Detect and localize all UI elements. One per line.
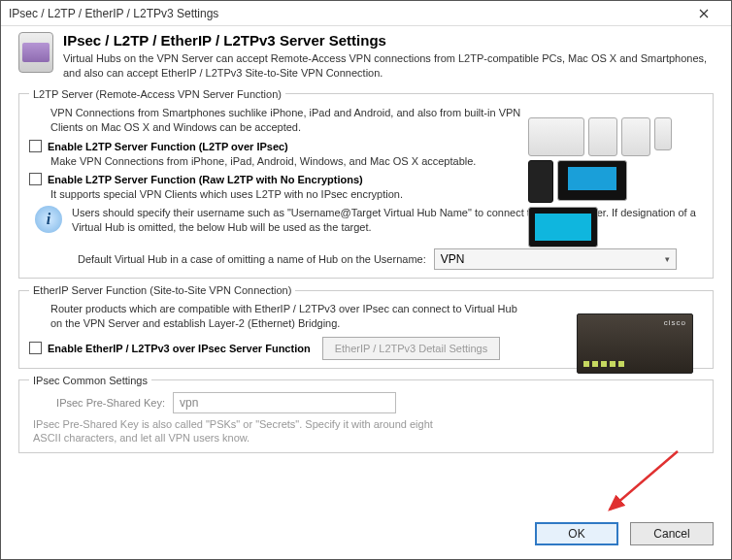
default-hub-label: Default Virtual Hub in a case of omittin… [78,253,426,265]
enable-l2tp-raw-label: Enable L2TP Server Function (Raw L2TP wi… [48,174,363,185]
l2tp-legend: L2TP Server (Remote-Access VPN Server Fu… [29,88,285,100]
default-hub-value: VPN [441,252,465,266]
titlebar-text: IPsec / L2TP / EtherIP / L2TPv3 Settings [9,7,684,20]
etherip-desc: Router products which are compatible wit… [50,302,519,331]
dialog-content: IPsec / L2TP / EtherIP / L2TPv3 Server S… [1,26,731,465]
chevron-down-icon: ▾ [665,254,670,264]
devices-illustration [528,117,693,210]
default-hub-row: Default Virtual Hub in a case of omittin… [78,248,703,270]
enable-l2tp-ipsec-label: Enable L2TP Server Function (L2TP over I… [48,141,288,152]
enable-l2tp-raw-checkbox[interactable] [29,173,42,185]
etherip-legend: EtherIP Server Function (Site-to-Site VP… [29,284,295,296]
smartphone-icon [18,32,53,73]
ipsec-common-group: IPsec Common Settings IPsec Pre-Shared K… [18,375,714,454]
l2tp-info-row: i Users should specify their username su… [29,206,703,241]
psk-value: vpn [180,396,198,410]
header-row: IPsec / L2TP / EtherIP / L2TPv3 Server S… [18,32,714,81]
close-button[interactable] [684,4,723,23]
header-desc: Virtual Hubs on the VPN Server can accep… [63,51,714,81]
l2tp-info-text: Users should specify their username such… [72,206,703,235]
psk-input[interactable]: vpn [173,392,396,413]
info-icon: i [35,206,62,233]
etherip-detail-button: EtherIP / L2TPv3 Detail Settings [322,337,501,360]
l2tp-desc: VPN Connections from Smartphones suchlik… [50,106,524,135]
enable-l2tp-raw-sub: It supports special VPN Clients which us… [50,188,524,200]
enable-l2tp-ipsec-checkbox[interactable] [29,140,42,152]
enable-etherip-label: Enable EtherIP / L2TPv3 over IPsec Serve… [48,343,311,354]
etherip-group: EtherIP Server Function (Site-to-Site VP… [18,284,714,369]
enable-l2tp-ipsec-sub: Make VPN Connections from iPhone, iPad, … [50,155,524,167]
ok-button[interactable]: OK [535,522,618,545]
footer-buttons: OK Cancel [535,522,714,545]
header-title: IPsec / L2TP / EtherIP / L2TPv3 Server S… [63,32,714,49]
router-illustration: cisco [577,313,693,374]
ipsec-legend: IPsec Common Settings [29,375,151,386]
psk-label: IPsec Pre-Shared Key: [29,397,165,409]
l2tp-group: L2TP Server (Remote-Access VPN Server Fu… [18,88,714,279]
close-icon [699,9,709,18]
cancel-button[interactable]: Cancel [630,522,714,545]
enable-etherip-checkbox[interactable] [29,342,42,354]
default-hub-select[interactable]: VPN ▾ [434,248,677,270]
ipsec-settings-dialog: IPsec / L2TP / EtherIP / L2TPv3 Settings… [0,0,732,560]
titlebar: IPsec / L2TP / EtherIP / L2TPv3 Settings [1,1,731,26]
psk-note: IPsec Pre-Shared Key is also called "PSK… [33,417,441,445]
